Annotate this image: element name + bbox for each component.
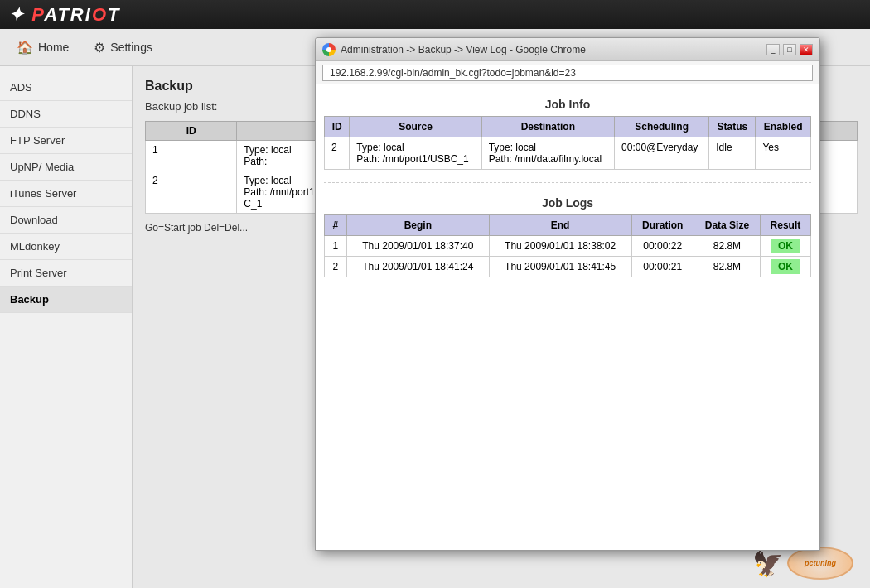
top-bar: ✦ PATRIOT: [0, 0, 870, 29]
ji-enabled: Yes: [756, 137, 811, 170]
log1-datasize: 82.8M: [694, 236, 760, 257]
sidebar-item-ads[interactable]: ADS: [0, 75, 132, 101]
chrome-icon: [322, 43, 336, 56]
log1-begin: Thu 2009/01/01 18:37:40: [346, 236, 489, 257]
job-info-table: ID Source Destination Scheduling Status …: [324, 116, 811, 170]
sidebar-item-upnp[interactable]: UpNP/ Media: [0, 154, 132, 181]
browser-window: Administration -> Backup -> View Log - G…: [315, 37, 820, 551]
ji-scheduling: 00:00@Everyday: [615, 137, 709, 170]
settings-icon: ⚙: [94, 40, 105, 55]
sidebar-item-download[interactable]: Download: [0, 207, 132, 234]
nav-home-label: Home: [38, 41, 69, 54]
col-id: ID: [146, 122, 237, 141]
nav-home[interactable]: 🏠 Home: [17, 40, 69, 55]
row2-id: 2: [146, 171, 237, 214]
jl-col-begin: Begin: [346, 215, 489, 236]
browser-addressbar: [316, 61, 819, 84]
minimize-button[interactable]: _: [766, 44, 780, 55]
eagle-icon: 🦅: [752, 549, 783, 578]
log1-duration: 00:00:22: [631, 236, 694, 257]
section-divider: [324, 182, 811, 183]
nav-settings[interactable]: ⚙ Settings: [94, 40, 152, 55]
log1-end: Thu 2009/01/01 18:38:02: [489, 236, 631, 257]
logo: ✦ PATRIOT: [8, 4, 120, 26]
log2-ok-badge: OK: [771, 259, 800, 274]
log2-begin: Thu 2009/01/01 18:41:24: [346, 257, 489, 277]
log-row-1: 1 Thu 2009/01/01 18:37:40 Thu 2009/01/01…: [325, 236, 811, 257]
job-logs-title: Job Logs: [324, 191, 811, 214]
sidebar: ADS DDNS FTP Server UpNP/ Media iTunes S…: [0, 66, 133, 588]
maximize-button[interactable]: □: [783, 44, 796, 55]
sidebar-item-ddns[interactable]: DDNS: [0, 101, 132, 128]
row1-id: 1: [146, 141, 237, 171]
log1-num: 1: [325, 236, 347, 257]
ji-dest: Type: local Path: /mnt/data/filmy.local: [481, 137, 614, 170]
job-info-row: 2 Type: local Path: /mnt/port1/USBC_1 Ty…: [325, 137, 811, 170]
ji-source: Type: local Path: /mnt/port1/USBC_1: [350, 137, 481, 170]
sidebar-item-printserver[interactable]: Print Server: [0, 260, 132, 287]
home-icon: 🏠: [17, 40, 33, 55]
jl-col-num: #: [325, 215, 347, 236]
browser-title: Administration -> Backup -> View Log - G…: [322, 43, 586, 56]
job-info-title: Job Info: [324, 93, 811, 116]
sidebar-item-itunes[interactable]: iTunes Server: [0, 181, 132, 207]
pctuning-logo: pctuning: [787, 547, 853, 580]
log2-result: OK: [760, 257, 810, 277]
ji-id: 2: [325, 137, 350, 170]
browser-controls[interactable]: _ □ ✕: [766, 44, 813, 55]
log2-duration: 00:00:21: [631, 257, 694, 277]
ji-col-id: ID: [325, 117, 350, 137]
ji-col-status: Status: [709, 117, 756, 137]
ji-col-scheduling: Scheduling: [615, 117, 709, 137]
bottom-brand: 🦅 pctuning: [752, 547, 853, 580]
address-bar[interactable]: [322, 65, 813, 81]
browser-content[interactable]: Job Info ID Source Destination Schedulin…: [316, 84, 819, 550]
close-button[interactable]: ✕: [800, 44, 813, 55]
log2-datasize: 82.8M: [694, 257, 760, 277]
ji-col-source: Source: [350, 117, 481, 137]
log1-ok-badge: OK: [771, 239, 800, 253]
jl-col-duration: Duration: [631, 215, 694, 236]
sidebar-item-backup[interactable]: Backup: [0, 287, 132, 313]
log-row-2: 2 Thu 2009/01/01 18:41:24 Thu 2009/01/01…: [325, 257, 811, 277]
browser-titlebar: Administration -> Backup -> View Log - G…: [316, 38, 819, 61]
sidebar-item-mldonkey[interactable]: MLdonkey: [0, 234, 132, 260]
ji-col-enabled: Enabled: [756, 117, 811, 137]
ji-col-destination: Destination: [481, 117, 614, 137]
jl-col-end: End: [489, 215, 631, 236]
job-logs-table: # Begin End Duration Data Size Result 1 …: [324, 214, 811, 277]
log1-result: OK: [760, 236, 810, 257]
log2-end: Thu 2009/01/01 18:41:45: [489, 257, 631, 277]
log2-num: 2: [325, 257, 347, 277]
jl-col-datasize: Data Size: [694, 215, 760, 236]
sidebar-item-ftp[interactable]: FTP Server: [0, 128, 132, 154]
jl-col-result: Result: [760, 215, 810, 236]
nav-settings-label: Settings: [110, 41, 152, 54]
ji-status: Idle: [709, 137, 756, 170]
